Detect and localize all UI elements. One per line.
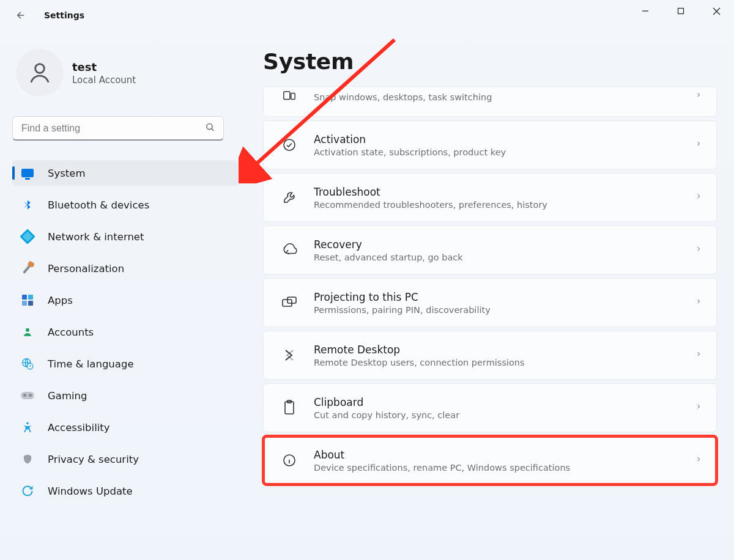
account-name: test (72, 61, 136, 73)
titlebar: Settings (0, 0, 734, 31)
nav-label: Network & internet (48, 231, 144, 243)
nav-item-personalization[interactable]: Personalization (12, 256, 239, 281)
back-button[interactable] (6, 1, 35, 30)
maximize-button[interactable] (663, 0, 699, 22)
person-icon (27, 60, 53, 86)
card-title: About (314, 449, 695, 461)
search-icon (205, 122, 215, 135)
card-subtitle: Reset, advanced startup, go back (314, 252, 695, 262)
nav-item-apps[interactable]: Apps (12, 287, 239, 313)
close-button[interactable] (699, 0, 734, 22)
nav-label: Accessibility (48, 422, 110, 433)
check-circle-icon (281, 136, 298, 153)
card-title: Remote Desktop (314, 344, 695, 356)
nav-item-system[interactable]: System (12, 160, 239, 186)
user-icon (21, 325, 34, 339)
card-multitasking[interactable]: Snap windows, desktops, task switching (263, 86, 717, 117)
sidebar: test Local Account System Bluetooth & de… (0, 37, 245, 510)
svg-point-2 (207, 123, 212, 129)
close-icon (713, 7, 721, 15)
card-projecting[interactable]: Projecting to this PC Permissions, pairi… (263, 278, 717, 327)
nav-item-time-language[interactable]: Time & language (12, 351, 239, 377)
nav-item-accessibility[interactable]: Accessibility (12, 414, 239, 440)
minimize-icon (642, 7, 649, 15)
monitor-icon (21, 166, 34, 180)
account-block[interactable]: test Local Account (16, 49, 232, 97)
chevron-right-icon (695, 90, 702, 102)
svg-point-1 (35, 64, 45, 73)
minimize-button[interactable] (628, 0, 663, 22)
chevron-right-icon (695, 402, 702, 414)
account-subtitle: Local Account (72, 75, 136, 86)
card-remote-desktop[interactable]: Remote Desktop Remote Desktop users, con… (263, 331, 717, 380)
recovery-icon (281, 241, 298, 259)
nav-item-bluetooth[interactable]: Bluetooth & devices (12, 192, 239, 218)
card-subtitle: Permissions, pairing PIN, discoverabilit… (314, 305, 695, 315)
chevron-right-icon (695, 454, 702, 466)
app-title: Settings (44, 10, 84, 20)
wifi-icon (21, 230, 34, 243)
avatar (16, 49, 64, 97)
svg-rect-8 (291, 93, 295, 99)
svg-rect-7 (284, 92, 290, 100)
svg-point-6 (26, 422, 29, 425)
card-troubleshoot[interactable]: Troubleshoot Recommended troubleshooters… (263, 173, 717, 222)
chevron-right-icon (695, 191, 702, 204)
shield-icon (21, 452, 34, 466)
wrench-icon (281, 189, 298, 206)
search-input[interactable] (12, 116, 224, 141)
nav-label: Gaming (48, 390, 87, 402)
nav-item-network[interactable]: Network & internet (12, 224, 239, 249)
card-activation[interactable]: Activation Activation state, subscriptio… (263, 120, 717, 169)
card-subtitle: Remote Desktop users, connection permiss… (314, 358, 695, 367)
chevron-right-icon (695, 244, 702, 256)
window-controls (628, 0, 734, 29)
page-title: System (263, 49, 717, 74)
multitask-icon (281, 87, 298, 105)
svg-rect-12 (285, 402, 294, 414)
card-subtitle: Device specifications, rename PC, Window… (314, 463, 695, 473)
svg-rect-0 (678, 9, 684, 14)
apps-icon (21, 293, 34, 307)
info-icon (281, 452, 298, 469)
card-title: Activation (314, 133, 695, 146)
nav-label: Bluetooth & devices (48, 199, 149, 211)
card-clipboard[interactable]: Clipboard Cut and copy history, sync, cl… (263, 383, 717, 432)
card-title: Recovery (314, 238, 695, 251)
card-recovery[interactable]: Recovery Reset, advanced startup, go bac… (263, 226, 717, 274)
nav-item-privacy[interactable]: Privacy & security (12, 446, 239, 472)
maximize-icon (677, 7, 684, 15)
card-title: Projecting to this PC (314, 291, 695, 303)
card-subtitle: Cut and copy history, sync, clear (314, 410, 695, 420)
card-subtitle: Recommended troubleshooters, preferences… (314, 200, 695, 210)
chevron-right-icon (695, 349, 702, 361)
project-icon (281, 294, 298, 311)
globe-clock-icon (21, 357, 34, 370)
svg-point-3 (26, 328, 29, 332)
content: System Snap windows, desktops, task swit… (263, 49, 717, 485)
brush-icon (21, 262, 34, 275)
svg-point-9 (284, 139, 295, 150)
bluetooth-icon (21, 198, 34, 212)
nav-item-gaming[interactable]: Gaming (12, 383, 239, 408)
remote-icon (281, 347, 298, 364)
nav-label: Personalization (48, 263, 124, 274)
nav: System Bluetooth & devices Network & int… (12, 160, 239, 504)
card-subtitle: Snap windows, desktops, task switching (314, 92, 695, 102)
nav-item-windows-update[interactable]: Windows Update (12, 478, 239, 504)
card-title: Clipboard (314, 396, 695, 408)
card-title: Troubleshoot (314, 186, 695, 198)
nav-label: Accounts (48, 326, 94, 338)
clipboard-icon (281, 399, 298, 416)
nav-label: Windows Update (48, 485, 133, 497)
card-subtitle: Activation state, subscriptions, product… (314, 147, 695, 157)
nav-item-accounts[interactable]: Accounts (12, 319, 239, 345)
nav-label: Time & language (48, 358, 134, 370)
settings-cards: Snap windows, desktops, task switching A… (263, 86, 717, 485)
search-wrap (12, 116, 232, 141)
update-icon (21, 484, 34, 498)
card-about[interactable]: About Device specifications, rename PC, … (263, 436, 717, 485)
accessibility-icon (21, 421, 34, 434)
chevron-right-icon (695, 297, 702, 309)
chevron-right-icon (695, 139, 702, 151)
